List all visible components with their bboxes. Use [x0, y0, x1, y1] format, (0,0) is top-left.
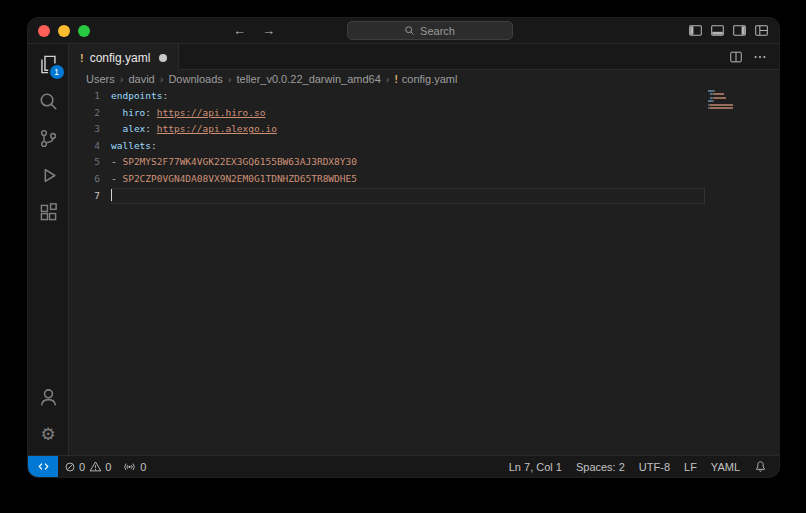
sidebar-item-source-control[interactable]: [28, 120, 69, 157]
yaml-file-icon: !: [394, 74, 397, 85]
search-icon: [38, 91, 59, 112]
notifications-button[interactable]: [747, 456, 774, 477]
tab-modified-dot[interactable]: [159, 54, 167, 62]
line-number: 6: [69, 171, 100, 188]
language-mode[interactable]: YAML: [704, 456, 747, 477]
code-line[interactable]: [111, 188, 705, 205]
extensions-icon: [38, 202, 59, 223]
account-icon: [38, 387, 59, 408]
gutter: 1234567: [69, 88, 109, 455]
minimap[interactable]: [705, 88, 779, 455]
breadcrumb-item[interactable]: david: [128, 73, 154, 85]
code-line[interactable]: - SP2CZP0VGN4DA08VX9N2EM0G1TDNHZD65TR8WD…: [111, 171, 705, 188]
tab-config-yaml[interactable]: ! config.yaml: [69, 44, 179, 71]
breadcrumb-item[interactable]: teller_v0.0.22_darwin_amd64: [236, 73, 380, 85]
search-icon: [404, 25, 415, 36]
toggle-sidebar-button[interactable]: [688, 23, 703, 38]
explorer-badge: 1: [50, 65, 64, 79]
status-bar: 0 0 0 Ln 7, Col 1 Spaces:: [28, 455, 779, 477]
problems-button[interactable]: 0 0: [58, 456, 117, 477]
warning-icon: [89, 460, 102, 473]
code-line[interactable]: alex: https://api.alexgo.io: [111, 121, 705, 138]
more-actions-button[interactable]: [753, 50, 767, 64]
chevron-right-icon: ›: [228, 73, 232, 85]
close-window-button[interactable]: [38, 25, 50, 37]
gear-icon: ⚙: [40, 426, 55, 443]
back-button[interactable]: ←: [233, 23, 246, 38]
warnings-group: 0: [89, 460, 111, 473]
bell-icon: [754, 460, 767, 473]
traffic-lights: [28, 25, 90, 37]
ports-count: 0: [140, 461, 146, 473]
encoding-setting[interactable]: UTF-8: [632, 456, 677, 477]
yaml-file-icon: !: [80, 52, 84, 64]
warning-count: 0: [105, 461, 111, 473]
code-lines[interactable]: endpoints: hiro: https://api.hiro.so ale…: [109, 88, 705, 455]
error-count: 0: [79, 461, 85, 473]
breadcrumb-file[interactable]: ! config.yaml: [394, 73, 457, 85]
zoom-window-button[interactable]: [78, 25, 90, 37]
sidebar-item-run-debug[interactable]: [28, 157, 69, 194]
chevron-right-icon: ›: [120, 73, 124, 85]
titlebar: ← → Search: [28, 18, 779, 44]
toggle-secondary-sidebar-button[interactable]: [732, 23, 747, 38]
radio-tower-icon: [123, 460, 136, 473]
minimap-lines: [708, 90, 779, 112]
settings-button[interactable]: ⚙: [28, 416, 69, 453]
ports-button[interactable]: 0: [117, 456, 152, 477]
line-number: 7: [69, 188, 100, 205]
status-bar-right: Ln 7, Col 1 Spaces: 2 UTF-8 LF YAML: [502, 456, 779, 477]
error-icon: [64, 461, 76, 473]
line-number: 4: [69, 138, 100, 155]
code-line[interactable]: endpoints:: [111, 88, 705, 105]
code-line[interactable]: hiro: https://api.hiro.so: [111, 105, 705, 122]
toggle-panel-button[interactable]: [710, 23, 725, 38]
errors-group: 0: [64, 461, 85, 473]
run-debug-icon: [38, 165, 59, 186]
tab-label: config.yaml: [90, 51, 151, 65]
breadcrumb-file-label: config.yaml: [402, 73, 458, 85]
chevron-right-icon: ›: [160, 73, 164, 85]
code-editor: 1234567 endpoints: hiro: https://api.hir…: [69, 88, 779, 455]
eol-setting[interactable]: LF: [677, 456, 704, 477]
activity-bar: 1: [28, 44, 69, 455]
sidebar-item-search[interactable]: [28, 83, 69, 120]
layout-controls: [688, 18, 769, 43]
remote-icon: [37, 460, 50, 473]
workbench: 1: [28, 44, 779, 455]
sidebar-item-extensions[interactable]: [28, 194, 69, 231]
chevron-right-icon: ›: [386, 73, 390, 85]
vscode-window: ← → Search: [28, 18, 779, 477]
breadcrumb-item[interactable]: Users: [86, 73, 115, 85]
account-button[interactable]: [28, 379, 69, 416]
indentation-setting[interactable]: Spaces: 2: [569, 456, 632, 477]
breadcrumb: Users › david › Downloads › teller_v0.0.…: [69, 70, 779, 88]
forward-button[interactable]: →: [262, 23, 275, 38]
line-number: 2: [69, 105, 100, 122]
code-line[interactable]: - SP2MYS2F77WK4VGK22EX3GQ6155BW63AJ3RDX8…: [111, 154, 705, 171]
remote-indicator[interactable]: [28, 456, 58, 477]
cursor-position[interactable]: Ln 7, Col 1: [502, 456, 569, 477]
history-nav: ← →: [233, 18, 275, 43]
text-cursor: [111, 189, 112, 201]
source-control-icon: [38, 128, 59, 149]
minimize-window-button[interactable]: [58, 25, 70, 37]
line-number: 5: [69, 154, 100, 171]
line-number: 1: [69, 88, 100, 105]
code-line[interactable]: wallets:: [111, 138, 705, 155]
line-number: 3: [69, 121, 100, 138]
split-editor-button[interactable]: [729, 50, 743, 64]
sidebar-item-explorer[interactable]: 1: [28, 46, 69, 83]
search-label: Search: [420, 25, 455, 37]
tab-bar: ! config.yaml: [69, 44, 779, 70]
customize-layout-button[interactable]: [754, 23, 769, 38]
editor-actions: [729, 44, 779, 69]
editor-group: ! config.yaml: [69, 44, 779, 455]
breadcrumb-item[interactable]: Downloads: [168, 73, 222, 85]
search-input[interactable]: Search: [347, 21, 513, 40]
